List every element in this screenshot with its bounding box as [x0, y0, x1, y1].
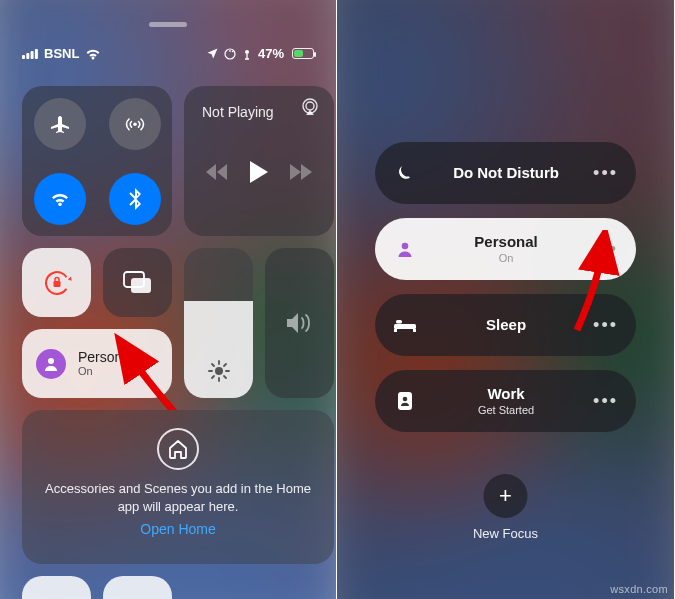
focus-row-more-button[interactable]: •••: [593, 239, 618, 260]
bed-icon: [391, 318, 419, 332]
svg-point-13: [215, 367, 223, 375]
focus-row-dnd[interactable]: Do Not Disturb •••: [375, 142, 636, 204]
focus-tile-name: Personal: [78, 350, 133, 365]
cellular-icon: [109, 98, 161, 150]
wifi-toggle-icon: [34, 173, 86, 225]
carrier-label: BSNL: [44, 46, 79, 61]
airplane-icon: [34, 98, 86, 150]
connectivity-module: [22, 86, 172, 236]
focus-row-name: Personal: [474, 234, 537, 251]
badge-icon: [391, 391, 419, 411]
orientation-lock-toggle[interactable]: [22, 248, 91, 317]
add-focus-button[interactable]: + New Focus: [473, 474, 538, 541]
focus-row-personal[interactable]: Personal On •••: [375, 218, 636, 280]
media-module[interactable]: Not Playing: [184, 86, 334, 236]
home-text: Accessories and Scenes you add in the Ho…: [44, 480, 312, 515]
moon-icon: [391, 164, 419, 182]
timer-button[interactable]: [103, 576, 172, 599]
home-module: Accessories and Scenes you add in the Ho…: [22, 410, 334, 564]
battery-pct: 47%: [258, 46, 284, 61]
svg-rect-12: [131, 278, 151, 293]
focus-row-name: Work: [487, 386, 524, 403]
svg-rect-1: [26, 53, 29, 59]
svg-rect-3: [35, 49, 38, 59]
media-title: Not Playing: [202, 104, 274, 120]
wifi-icon: [85, 48, 101, 60]
focus-row-name: Do Not Disturb: [453, 165, 559, 182]
focus-row-more-button[interactable]: •••: [593, 391, 618, 412]
volume-slider[interactable]: [265, 248, 334, 398]
add-focus-label: New Focus: [473, 526, 538, 541]
control-center-handle[interactable]: [149, 22, 187, 27]
orientation-lock-icon: [42, 268, 72, 298]
media-prev-button[interactable]: [206, 164, 228, 180]
focus-row-sleep[interactable]: Sleep •••: [375, 294, 636, 356]
media-play-button[interactable]: [250, 161, 268, 183]
svg-point-6: [133, 122, 137, 126]
focus-row-work[interactable]: Work Get Started •••: [375, 370, 636, 432]
focus-row-sub: Get Started: [478, 404, 534, 416]
svg-rect-19: [396, 320, 402, 324]
svg-rect-2: [31, 51, 34, 59]
volume-icon: [287, 312, 313, 334]
bluetooth-toggle[interactable]: [97, 161, 172, 236]
home-icon: [157, 428, 199, 470]
brightness-slider[interactable]: [184, 248, 253, 398]
svg-rect-17: [394, 329, 397, 332]
rotation-status-icon: [224, 48, 236, 60]
svg-rect-10: [53, 281, 60, 287]
focus-tile-sub: On: [78, 365, 133, 377]
screen-mirroring-button[interactable]: [103, 248, 172, 317]
flashlight-button[interactable]: [22, 576, 91, 599]
svg-point-21: [403, 397, 408, 402]
screenshot-focus-list: Do Not Disturb ••• Personal On ••• Sleep…: [337, 0, 674, 599]
airplay-icon[interactable]: [300, 98, 320, 116]
person-icon: [36, 349, 66, 379]
bluetooth-icon: [109, 173, 161, 225]
person-icon: [391, 240, 419, 258]
airplane-toggle[interactable]: [22, 86, 97, 161]
screen-mirroring-icon: [123, 271, 153, 295]
screenshot-control-center: BSNL 47%: [0, 0, 337, 599]
battery-icon: [290, 48, 314, 59]
svg-point-15: [402, 243, 409, 250]
focus-row-more-button[interactable]: •••: [593, 163, 618, 184]
brightness-icon: [208, 360, 230, 382]
watermark: wsxdn.com: [610, 583, 668, 595]
focus-row-name: Sleep: [486, 317, 526, 334]
svg-rect-0: [22, 55, 25, 59]
alarm-icon: [242, 48, 252, 60]
plus-icon: +: [484, 474, 528, 518]
focus-row-sub: On: [499, 252, 514, 264]
cellular-toggle[interactable]: [97, 86, 172, 161]
media-next-button[interactable]: [290, 164, 312, 180]
svg-point-8: [306, 102, 314, 110]
signal-icon: [22, 48, 38, 59]
svg-point-14: [48, 358, 54, 364]
location-icon: [207, 48, 218, 59]
svg-point-5: [245, 50, 249, 54]
status-bar: BSNL 47%: [0, 46, 336, 61]
wifi-toggle[interactable]: [22, 161, 97, 236]
svg-rect-16: [394, 324, 416, 329]
focus-tile[interactable]: Personal On: [22, 329, 172, 398]
svg-rect-18: [413, 329, 416, 332]
open-home-link[interactable]: Open Home: [140, 521, 215, 537]
focus-row-more-button[interactable]: •••: [593, 315, 618, 336]
